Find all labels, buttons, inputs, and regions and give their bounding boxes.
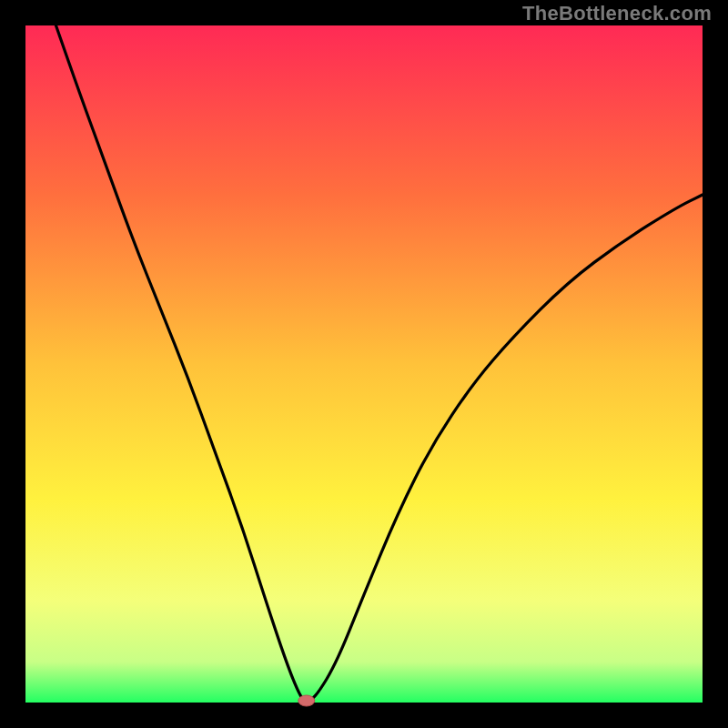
plot-area	[25, 25, 703, 703]
bottleneck-chart	[0, 0, 728, 728]
minimum-marker	[298, 695, 315, 706]
chart-container: TheBottleneck.com	[0, 0, 728, 728]
watermark-label: TheBottleneck.com	[522, 2, 712, 25]
